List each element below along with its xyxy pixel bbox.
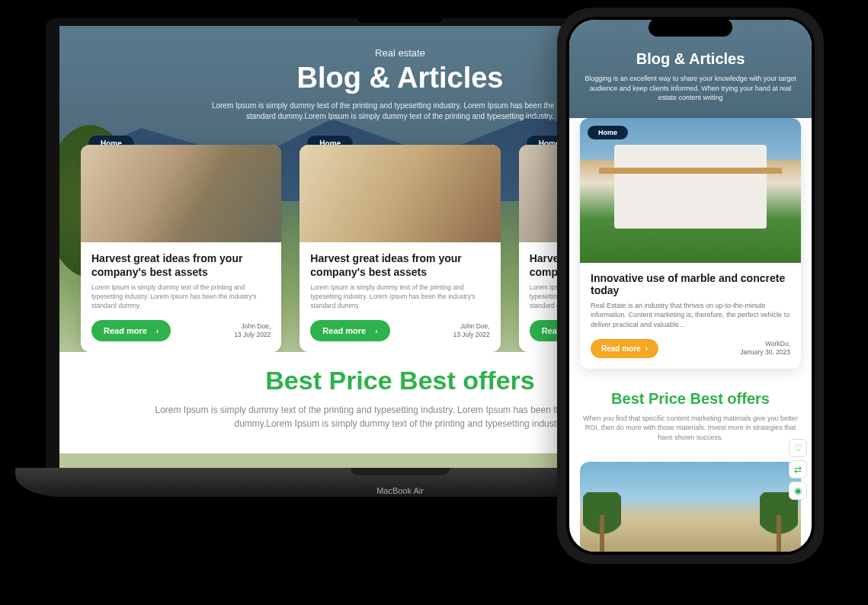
phone-offers-section: Best Price Best offers When you find tha… — [569, 383, 812, 453]
author-name: John Doe, — [234, 322, 271, 331]
phone-inner-frame: Blog & Articles Blogging is an excellent… — [566, 17, 815, 555]
button-label: Read more — [601, 344, 641, 353]
chevron-right-icon: › — [375, 327, 377, 335]
palm-tree-icon — [760, 492, 798, 552]
phone-card-title: Innovative use of marble and concrete to… — [591, 272, 790, 296]
compare-icon: ⇄ — [794, 464, 802, 475]
category-badge[interactable]: Home — [588, 126, 628, 139]
heart-icon: ♡ — [794, 443, 802, 453]
phone-card-meta: WorkDo, January 30, 2023 — [740, 340, 790, 357]
card-body: Harvest great ideas from your company's … — [299, 242, 500, 352]
phone-blog-card[interactable]: Home Innovative use of marble and concre… — [580, 118, 801, 369]
phone-offers-description: When you find that specific content mark… — [581, 414, 799, 443]
card-image — [299, 145, 500, 242]
phone-offers-title: Best Price Best offers — [581, 390, 799, 408]
phone-card-body: Innovative use of marble and concrete to… — [580, 263, 801, 369]
read-more-button[interactable]: Read more › — [310, 320, 389, 341]
publish-date: January 30, 2023 — [740, 348, 790, 357]
card-body: Harvest great ideas from your company's … — [81, 242, 281, 352]
phone-offers-image — [580, 462, 801, 552]
phone-card-image: Home — [580, 118, 801, 263]
card-title: Harvest great ideas from your company's … — [91, 251, 271, 279]
floating-action-column: ♡ ⇄ ◉ — [789, 439, 807, 500]
blog-card[interactable]: Home Harvest great ideas from your compa… — [299, 145, 500, 352]
house-illustration — [614, 145, 767, 229]
phone-card-footer: Read more › WorkDo, January 30, 2023 — [591, 339, 790, 358]
hero-subtitle: Lorem Ipsum is simply dummy text of the … — [202, 101, 598, 122]
phone-card-description: Real Estate is an industry that thrives … — [591, 301, 790, 330]
card-footer: Read more › John Doe, 13 July 2022 — [310, 320, 489, 341]
chevron-right-icon: › — [645, 344, 648, 353]
publish-date: 13 July 2022 — [234, 331, 271, 339]
favorite-button[interactable]: ♡ — [789, 439, 807, 457]
phone-camera-notch — [649, 18, 732, 37]
card-meta: John Doe, 13 July 2022 — [234, 322, 271, 339]
chevron-right-icon: › — [156, 327, 159, 335]
phone-viewport: Blog & Articles Blogging is an excellent… — [569, 20, 812, 552]
card-meta: John Doe, 13 July 2022 — [453, 322, 489, 339]
phone-hero-subtitle: Blogging is an excellent way to share yo… — [583, 74, 798, 103]
palm-tree-icon — [583, 492, 621, 552]
card-footer: Read more › John Doe, 13 July 2022 — [91, 320, 271, 341]
card-description: Lorem Ipsum is simply dummy text of the … — [91, 283, 271, 311]
laptop-model-label: MacBook Air — [376, 486, 424, 495]
button-label: Read more — [322, 326, 366, 335]
laptop-camera-notch — [358, 18, 442, 23]
phone-hero-title: Blog & Articles — [583, 50, 798, 68]
card-title: Harvest great ideas from your company's … — [310, 251, 489, 279]
card-image — [81, 145, 281, 242]
compare-button[interactable]: ⇄ — [789, 460, 807, 479]
read-more-button[interactable]: Read more › — [91, 320, 171, 341]
publish-date: 13 July 2022 — [453, 331, 489, 339]
button-label: Read more — [104, 326, 147, 335]
author-name: WorkDo, — [740, 340, 790, 348]
laptop-hinge-notch — [351, 468, 450, 475]
eye-icon: ◉ — [794, 485, 802, 496]
author-name: John Doe, — [453, 322, 489, 331]
phone-mockup: Blog & Articles Blogging is an excellent… — [557, 8, 824, 564]
blog-card[interactable]: Home Harvest great ideas from your compa… — [81, 145, 281, 352]
read-more-button[interactable]: Read more › — [591, 339, 658, 358]
view-button[interactable]: ◉ — [789, 482, 807, 500]
card-description: Lorem Ipsum is simply dummy text of the … — [310, 283, 489, 311]
